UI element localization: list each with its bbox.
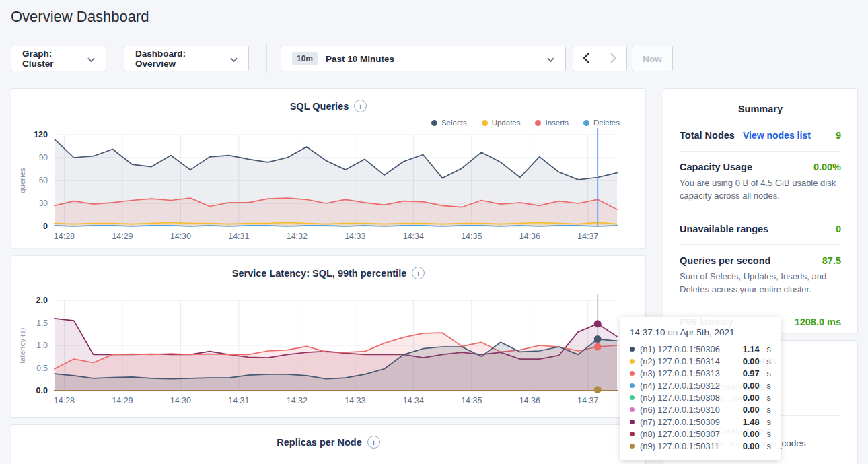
chevron-right-icon (610, 53, 616, 65)
tooltip-node-row: (n2) 127.0.0.1:503140.00s (630, 355, 771, 367)
graph-dropdown-label: Graph: Cluster (22, 48, 79, 69)
time-range-dropdown[interactable]: 10m Past 10 Minutes (281, 46, 566, 71)
legend-item-selects[interactable]: Selects (431, 119, 467, 127)
tooltip-node-unit: s (767, 368, 771, 378)
svg-text:14:34: 14:34 (403, 396, 424, 405)
tooltip-node-address: (n4) 127.0.0.1:50312 (640, 380, 737, 391)
tooltip-node-value: 0.00 (743, 393, 760, 403)
tooltip-node-value: 0.97 (743, 368, 760, 378)
tooltip-node-row: (n6) 127.0.0.1:503100.00s (630, 403, 771, 416)
tooltip-node-unit: s (767, 441, 771, 451)
tooltip-node-row: (n1) 127.0.0.1:503061.14s (630, 343, 771, 355)
sql-chart-legend: SelectsUpdatesInsertsDeletes (431, 119, 620, 127)
tooltip-date: Apr 5th, 2021 (680, 327, 734, 337)
legend-item-inserts[interactable]: Inserts (535, 119, 569, 127)
svg-text:2.0: 2.0 (36, 296, 48, 305)
node-series-dot-icon (630, 420, 635, 424)
summary-row-value: 87.5 (822, 255, 841, 266)
legend-dot-icon (535, 120, 541, 126)
summary-row-head: Queries per second87.5 (680, 255, 841, 266)
tooltip-node-unit: s (767, 344, 771, 354)
svg-text:14:30: 14:30 (170, 396, 191, 405)
tooltip-node-value: 0.00 (743, 429, 760, 439)
node-series-dot-icon (630, 432, 635, 436)
controls-divider (266, 43, 267, 73)
svg-text:14:35: 14:35 (461, 232, 482, 241)
time-range-label: Past 10 Minutes (326, 54, 394, 64)
summary-row-label: Capacity Usage (680, 162, 752, 172)
svg-text:1.5: 1.5 (36, 319, 48, 328)
view-nodes-list-link[interactable]: View nodes list (743, 130, 811, 141)
now-button[interactable]: Now (632, 46, 673, 71)
tooltip-node-unit: s (767, 405, 771, 415)
tooltip-node-unit: s (767, 417, 771, 427)
svg-text:60: 60 (39, 176, 48, 185)
tooltip-node-row: (n3) 127.0.0.1:503130.97s (630, 367, 771, 379)
legend-label: Deletes (593, 119, 620, 127)
svg-text:0.5: 0.5 (36, 364, 48, 373)
tooltip-time: 14:37:10 (630, 327, 665, 337)
tooltip-node-unit: s (767, 356, 771, 366)
tooltip-node-address: (n7) 127.0.0.1:50309 (640, 417, 737, 427)
tooltip-node-value: 0.00 (743, 405, 760, 415)
svg-text:14:29: 14:29 (112, 232, 133, 241)
summary-row-head: Capacity Usage0.00% (680, 162, 841, 172)
svg-text:14:33: 14:33 (345, 232, 365, 241)
chevron-down-icon (547, 54, 554, 64)
svg-text:0: 0 (43, 222, 48, 231)
svg-text:14:37: 14:37 (577, 232, 598, 241)
tooltip-node-row: (n4) 127.0.0.1:503120.00s (630, 379, 771, 391)
summary-row: Total NodesView nodes list9 (680, 120, 841, 152)
svg-text:14:32: 14:32 (287, 232, 308, 241)
svg-text:14:35: 14:35 (461, 396, 482, 405)
tooltip-node-row: (n9) 127.0.0.1:503110.00s (630, 440, 771, 452)
svg-text:14:31: 14:31 (228, 396, 249, 405)
chart-hover-tooltip: 14:37:10 on Apr 5th, 2021 (n1) 127.0.0.1… (620, 317, 781, 460)
svg-text:14:28: 14:28 (54, 396, 75, 405)
info-icon[interactable]: i (354, 100, 367, 112)
tooltip-node-address: (n1) 127.0.0.1:50306 (640, 344, 737, 354)
svg-text:14:37: 14:37 (577, 396, 598, 405)
info-icon[interactable]: i (367, 436, 380, 449)
tooltip-node-address: (n9) 127.0.0.1:50311 (640, 441, 737, 451)
summary-row: Unavailable ranges0 (680, 213, 841, 245)
chevron-left-icon (583, 53, 589, 65)
svg-text:0.0: 0.0 (36, 386, 48, 395)
tooltip-timestamp: 14:37:10 on Apr 5th, 2021 (630, 327, 771, 337)
legend-item-updates[interactable]: Updates (482, 119, 521, 127)
chevron-down-icon (230, 54, 238, 64)
chart-title-text: Replicas per Node (277, 437, 362, 448)
svg-text:queries: queries (18, 168, 26, 193)
sql-queries-plot[interactable]: 030609012014:2814:2914:3014:3114:3214:33… (11, 89, 645, 248)
svg-text:14:36: 14:36 (519, 232, 540, 241)
tooltip-node-value: 0.00 (743, 356, 760, 366)
graph-dropdown[interactable]: Graph: Cluster (11, 46, 106, 71)
node-series-dot-icon (630, 371, 635, 376)
summary-row-value: 9 (836, 130, 841, 141)
time-range-badge: 10m (292, 52, 318, 65)
previous-time-button[interactable] (573, 46, 600, 71)
svg-text:1.0: 1.0 (36, 341, 48, 350)
service-latency-plot[interactable]: 0.00.51.01.52.014:2814:2914:3014:3114:32… (11, 256, 645, 417)
replicas-per-node-chart-card: Replicas per Node i (11, 424, 646, 464)
svg-text:14:30: 14:30 (170, 232, 191, 241)
legend-dot-icon (482, 120, 488, 126)
legend-dot-icon (583, 120, 589, 126)
tooltip-node-value: 0.00 (743, 441, 760, 451)
dashboard-dropdown[interactable]: Dashboard: Overview (124, 46, 249, 71)
summary-row-description: Sum of Selects, Updates, Inserts, and De… (680, 271, 841, 296)
tooltip-on: on (667, 327, 678, 337)
chevron-down-icon (87, 54, 95, 64)
svg-text:120: 120 (34, 130, 48, 139)
summary-row: Capacity Usage0.00%You are using 0 B of … (680, 152, 841, 213)
legend-item-deletes[interactable]: Deletes (583, 119, 620, 127)
node-series-dot-icon (630, 395, 635, 400)
summary-row-label: Unavailable ranges (680, 224, 768, 234)
info-icon[interactable]: i (412, 267, 425, 279)
next-time-button[interactable] (600, 46, 627, 71)
chart-title-text: SQL Queries (290, 101, 349, 112)
tooltip-node-row: (n8) 127.0.0.1:503070.00s (630, 428, 771, 440)
node-series-dot-icon (630, 359, 635, 364)
tooltip-node-address: (n8) 127.0.0.1:50307 (640, 429, 737, 439)
dashboard-dropdown-label: Dashboard: Overview (135, 48, 222, 69)
